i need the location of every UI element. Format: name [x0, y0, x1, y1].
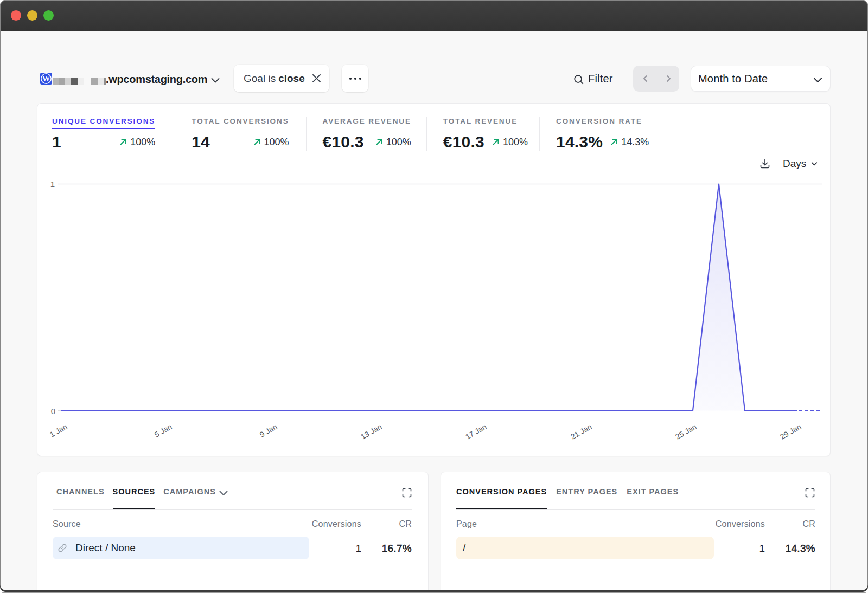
svg-text:W: W: [42, 74, 50, 83]
svg-text:1 Jan: 1 Jan: [48, 422, 69, 439]
svg-text:9 Jan: 9 Jan: [258, 422, 279, 439]
svg-text:25 Jan: 25 Jan: [674, 422, 698, 441]
svg-text:29 Jan: 29 Jan: [778, 422, 802, 441]
svg-text:17 Jan: 17 Jan: [464, 422, 488, 441]
svg-text:5 Jan: 5 Jan: [153, 422, 174, 439]
svg-text:13 Jan: 13 Jan: [359, 422, 383, 441]
svg-text:21 Jan: 21 Jan: [569, 422, 593, 441]
svg-text:1: 1: [50, 179, 55, 189]
svg-text:0: 0: [51, 407, 55, 416]
